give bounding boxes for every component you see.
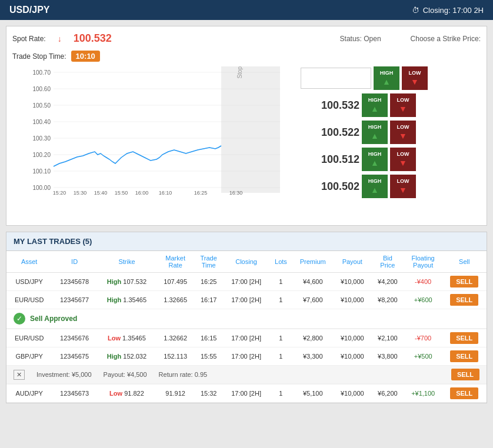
cell-id: 12345676 (52, 329, 97, 347)
svg-text:100.00: 100.00 (32, 185, 51, 191)
chart-area: Stop 100.70 100.60 100.50 100.40 100.30 … (12, 66, 295, 219)
cell-id: 12345673 (52, 385, 97, 403)
cell-bid-price: ¥4,200 (371, 273, 404, 291)
cell-floating-payout: +¥1,100 (404, 385, 442, 403)
investment-text: Investment: ¥5,000 (36, 371, 92, 378)
svg-text:16:25: 16:25 (194, 190, 208, 196)
svg-text:15:40: 15:40 (94, 190, 108, 196)
col-premium: Premium (292, 251, 334, 273)
return-rate-text: Return rate: 0.95 (159, 371, 208, 378)
sell-button[interactable]: SELL (450, 332, 478, 344)
app-header: USD/JPY ⏱ Closing: 17:00 2H (0, 0, 493, 20)
col-market-rate: MarketRate (156, 251, 194, 273)
high-button-1[interactable]: HIGH ▲ (362, 93, 388, 117)
svg-text:100.70: 100.70 (32, 69, 51, 76)
cell-bid-price: ¥8,200 (371, 291, 404, 309)
svg-text:100.10: 100.10 (32, 168, 51, 175)
approved-text: Sell Approved (30, 315, 77, 323)
approved-icon: ✓ (14, 313, 25, 325)
cell-premium: ¥3,300 (292, 347, 334, 366)
col-id: ID (52, 251, 97, 273)
cell-payout: ¥10,000 (334, 329, 371, 347)
cell-premium: ¥2,800 (292, 329, 334, 347)
strike-value-1: 100.532 (301, 99, 359, 112)
spot-status-row: Spot Rate: ↓ 100.532 Status: Open Choose… (12, 32, 481, 45)
cell-sell: SELL (442, 385, 487, 403)
low-button-2[interactable]: LOW ▼ (390, 121, 416, 144)
cell-asset: USD/JPY (6, 273, 52, 291)
up-arrow-icon: ▲ (382, 77, 391, 86)
down-arrow-icon: ▼ (399, 131, 407, 141)
table-header-row: Asset ID Strike MarketRate TradeTime Clo… (6, 251, 487, 273)
cell-strike: Low 91.822 (97, 385, 156, 403)
col-strike: Strike (97, 251, 156, 273)
high-button-0[interactable]: HIGH ▲ (374, 66, 399, 90)
investment-bar: ✕ Investment: ¥5,000 Payout: ¥4,500 Retu… (6, 366, 487, 384)
strike-value-2: 100.522 (301, 126, 359, 139)
sell-button[interactable]: SELL (450, 387, 478, 399)
low-button-4[interactable]: LOW ▼ (390, 175, 416, 198)
cell-bid-price: ¥2,100 (371, 329, 404, 347)
low-button-0[interactable]: LOW ▼ (402, 66, 428, 90)
svg-text:15:50: 15:50 (115, 190, 128, 196)
cell-market-rate: 1.32662 (156, 329, 194, 347)
svg-text:100.60: 100.60 (32, 86, 51, 92)
header-closing: ⏱ Closing: 17:00 2H (412, 6, 484, 15)
svg-text:15:30: 15:30 (74, 190, 87, 196)
strike-row-3: 100.512 HIGH ▲ LOW ▼ (301, 148, 481, 171)
col-trade-time: TradeTime (194, 251, 223, 273)
status-text: Status: Open (340, 35, 381, 43)
table-row: EUR/USD 12345677 High 1.35465 1.32665 16… (6, 291, 487, 309)
cell-payout: ¥10,000 (334, 273, 371, 291)
high-button-3[interactable]: HIGH ▲ (362, 148, 388, 171)
cell-trade-time: 16:17 (194, 291, 223, 309)
spot-value: 100.532 (74, 32, 112, 45)
sell-button[interactable]: SELL (450, 276, 478, 287)
cell-lots: 1 (269, 329, 292, 347)
sell-button[interactable]: SELL (450, 350, 478, 362)
top-panel: Spot Rate: ↓ 100.532 Status: Open Choose… (6, 26, 487, 226)
cell-id: 12345677 (52, 291, 97, 309)
high-button-2[interactable]: HIGH ▲ (362, 121, 388, 144)
investment-sell-button[interactable]: SELL (451, 369, 479, 380)
low-button-3[interactable]: LOW ▼ (390, 148, 416, 171)
high-button-4[interactable]: HIGH ▲ (362, 175, 388, 198)
svg-text:100.30: 100.30 (32, 135, 51, 142)
cell-floating-payout: -¥700 (404, 329, 442, 347)
cell-trade-time: 16:15 (194, 329, 223, 347)
trade-stop-label: Trade Stop Time: (12, 52, 66, 61)
strike-value-4: 100.502 (301, 180, 359, 193)
trade-stop-time: 10:10 (71, 51, 100, 62)
timer-icon: ⏱ (412, 6, 419, 15)
low-button-1[interactable]: LOW ▼ (390, 93, 416, 117)
col-payout: Payout (334, 251, 371, 273)
cell-floating-payout: +¥500 (404, 347, 442, 366)
svg-text:16:10: 16:10 (159, 190, 172, 196)
cell-premium: ¥4,600 (292, 273, 334, 291)
down-arrow-icon: ▼ (399, 104, 407, 113)
sell-button[interactable]: SELL (450, 294, 478, 306)
cell-asset: AUD/JPY (6, 385, 52, 403)
approved-row: ✓ Sell Approved (6, 309, 487, 329)
trades-header: MY LAST TRADES (5) (6, 232, 487, 251)
cell-bid-price: ¥6,200 (371, 385, 404, 403)
cell-market-rate: 1.32665 (156, 291, 194, 309)
trades-panel: MY LAST TRADES (5) Asset ID Strike Marke… (6, 232, 487, 403)
cell-bid-price: ¥3,800 (371, 347, 404, 366)
cell-payout: ¥10,000 (334, 291, 371, 309)
investment-bar-row: ✕ Investment: ¥5,000 Payout: ¥4,500 Retu… (6, 366, 487, 385)
table-row: GBP/JPY 12345675 High 152.032 152.113 15… (6, 347, 487, 366)
strike-row-1: 100.532 HIGH ▲ LOW ▼ (301, 93, 481, 117)
table-row: USD/JPY 12345678 High 107.532 107.495 16… (6, 273, 487, 291)
up-arrow-icon: ▲ (371, 104, 379, 113)
down-arrow-icon: ▼ (399, 158, 407, 168)
col-lots: Lots (269, 251, 292, 273)
strike-row-2: 100.522 HIGH ▲ LOW ▼ (301, 121, 481, 144)
cell-asset: EUR/USD (6, 329, 52, 347)
cell-closing: 17:00 [2H] (223, 329, 269, 347)
strike-input-field[interactable] (301, 68, 371, 89)
cell-premium: ¥5,100 (292, 385, 334, 403)
chart-strike-container: Stop 100.70 100.60 100.50 100.40 100.30 … (12, 66, 481, 219)
cell-lots: 1 (269, 385, 292, 403)
close-investment-button[interactable]: ✕ (14, 370, 25, 380)
